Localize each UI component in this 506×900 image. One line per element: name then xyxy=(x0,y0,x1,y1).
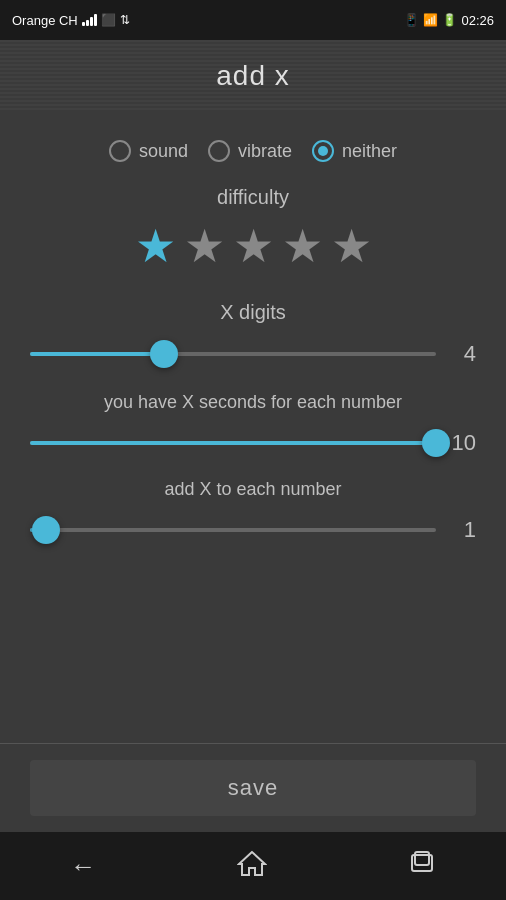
difficulty-label: difficulty xyxy=(30,186,476,209)
home-button[interactable] xyxy=(237,849,267,883)
x-digits-label: X digits xyxy=(30,301,476,324)
x-digits-slider-wrapper[interactable] xyxy=(30,336,436,372)
save-button[interactable]: save xyxy=(30,760,476,816)
add-description: add X to each number xyxy=(30,479,476,500)
notification-radio-group: sound vibrate neither xyxy=(30,140,476,162)
title-bar: add x xyxy=(0,40,506,112)
seconds-slider-row: 10 xyxy=(30,425,476,461)
phone-icon: 📱 xyxy=(404,13,419,27)
clock-label: 02:26 xyxy=(461,13,494,28)
radio-option-sound[interactable]: sound xyxy=(109,140,188,162)
x-digits-value: 4 xyxy=(448,341,476,367)
seconds-track xyxy=(30,441,436,445)
svg-rect-2 xyxy=(415,852,429,865)
main-content: sound vibrate neither difficulty ★ ★ ★ ★… xyxy=(0,112,506,743)
star-3[interactable]: ★ xyxy=(233,219,274,273)
radio-circle-sound[interactable] xyxy=(109,140,131,162)
carrier-label: Orange CH xyxy=(12,13,78,28)
difficulty-section: difficulty ★ ★ ★ ★ ★ xyxy=(30,186,476,301)
page-title: add x xyxy=(216,60,290,92)
radio-option-vibrate[interactable]: vibrate xyxy=(208,140,292,162)
battery-icon: 🔋 xyxy=(442,13,457,27)
stars-row: ★ ★ ★ ★ ★ xyxy=(30,219,476,273)
add-section: add X to each number 1 xyxy=(30,479,476,548)
radio-circle-vibrate[interactable] xyxy=(208,140,230,162)
wifi-icon: 📶 xyxy=(423,13,438,27)
status-right: 📱 📶 🔋 02:26 xyxy=(404,13,494,28)
seconds-section: you have X seconds for each number 10 xyxy=(30,392,476,461)
recent-button[interactable] xyxy=(408,851,436,882)
star-2[interactable]: ★ xyxy=(184,219,225,273)
radio-label-sound: sound xyxy=(139,141,188,162)
add-slider-wrapper[interactable] xyxy=(30,512,436,548)
seconds-thumb[interactable] xyxy=(422,429,450,457)
radio-option-neither[interactable]: neither xyxy=(312,140,397,162)
star-5[interactable]: ★ xyxy=(331,219,372,273)
radio-label-vibrate: vibrate xyxy=(238,141,292,162)
x-digits-section: X digits 4 xyxy=(30,301,476,372)
status-bar: Orange CH ⬛ ⇅ 📱 📶 🔋 02:26 xyxy=(0,0,506,40)
signal-icon xyxy=(82,12,97,29)
x-digits-slider-row: 4 xyxy=(30,336,476,372)
sim-icon: ⬛ xyxy=(101,13,116,27)
star-4[interactable]: ★ xyxy=(282,219,323,273)
add-value: 1 xyxy=(448,517,476,543)
seconds-description: you have X seconds for each number xyxy=(30,392,476,413)
save-section: save xyxy=(0,744,506,832)
seconds-value: 10 xyxy=(448,430,476,456)
add-thumb[interactable] xyxy=(32,516,60,544)
transfer-icon: ⇅ xyxy=(120,13,130,27)
add-track xyxy=(30,528,436,532)
nav-bar: ← xyxy=(0,832,506,900)
back-button[interactable]: ← xyxy=(70,851,96,882)
radio-circle-neither[interactable] xyxy=(312,140,334,162)
x-digits-track xyxy=(30,352,436,356)
seconds-fill xyxy=(30,441,436,445)
status-left: Orange CH ⬛ ⇅ xyxy=(12,12,130,29)
svg-marker-0 xyxy=(239,852,265,875)
x-digits-fill xyxy=(30,352,164,356)
add-slider-row: 1 xyxy=(30,512,476,548)
seconds-slider-wrapper[interactable] xyxy=(30,425,436,461)
x-digits-thumb[interactable] xyxy=(150,340,178,368)
star-1[interactable]: ★ xyxy=(135,219,176,273)
radio-label-neither: neither xyxy=(342,141,397,162)
